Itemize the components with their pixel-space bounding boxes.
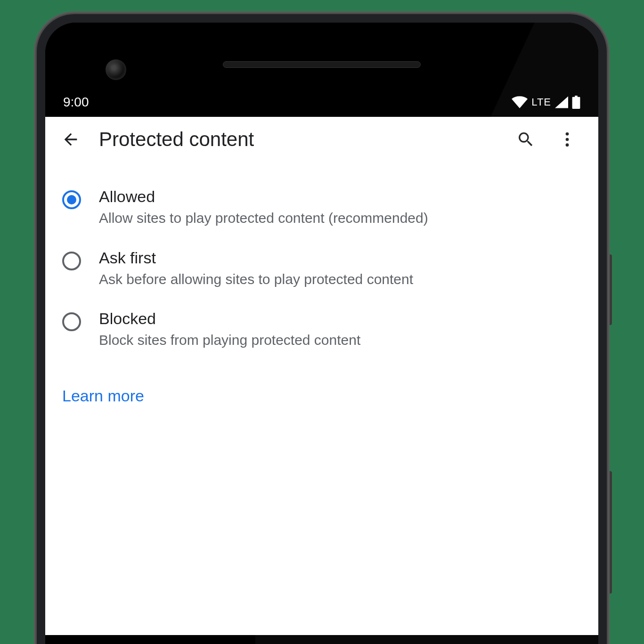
more-vert-icon bbox=[558, 130, 577, 149]
arrow-back-icon bbox=[61, 130, 80, 149]
app-bar: Protected content bbox=[45, 117, 598, 162]
phone-bezel-top: 9:00 LTE bbox=[45, 23, 598, 117]
wifi-icon bbox=[512, 96, 528, 108]
front-camera bbox=[106, 59, 126, 80]
phone-speaker bbox=[223, 61, 421, 68]
search-icon bbox=[516, 130, 535, 149]
search-button[interactable] bbox=[514, 128, 537, 151]
option-description: Allow sites to play protected content (r… bbox=[99, 209, 581, 228]
option-allowed[interactable]: Allowed Allow sites to play protected co… bbox=[62, 177, 581, 238]
network-label: LTE bbox=[531, 96, 551, 108]
status-bar: 9:00 LTE bbox=[45, 90, 598, 117]
radio-blocked[interactable] bbox=[62, 312, 81, 331]
svg-point-0 bbox=[566, 132, 569, 136]
status-time: 9:00 bbox=[63, 95, 89, 110]
radio-ask-first[interactable] bbox=[62, 252, 81, 270]
app-screen: Protected content Allowed Allow sites to bbox=[45, 117, 598, 635]
learn-more-link[interactable]: Learn more bbox=[62, 387, 144, 405]
option-title: Allowed bbox=[99, 187, 581, 206]
options-list: Allowed Allow sites to play protected co… bbox=[45, 162, 598, 405]
back-button[interactable] bbox=[59, 128, 82, 151]
svg-point-2 bbox=[566, 143, 569, 147]
option-title: Blocked bbox=[99, 310, 581, 328]
option-title: Ask first bbox=[99, 249, 581, 267]
overflow-menu-button[interactable] bbox=[556, 128, 579, 151]
option-description: Block sites from playing protected conte… bbox=[99, 331, 581, 350]
option-ask-first[interactable]: Ask first Ask before allowing sites to p… bbox=[62, 238, 581, 300]
option-blocked[interactable]: Blocked Block sites from playing protect… bbox=[62, 299, 581, 360]
battery-icon bbox=[572, 96, 580, 109]
page-title: Protected content bbox=[99, 128, 497, 151]
phone-body: 9:00 LTE Protected content bbox=[45, 23, 598, 644]
radio-allowed[interactable] bbox=[62, 190, 81, 209]
phone-frame: 9:00 LTE Protected content bbox=[37, 14, 607, 644]
cell-signal-icon bbox=[555, 96, 568, 108]
option-description: Ask before allowing sites to play protec… bbox=[99, 270, 581, 289]
svg-point-1 bbox=[566, 138, 569, 141]
status-icons: LTE bbox=[512, 96, 580, 109]
